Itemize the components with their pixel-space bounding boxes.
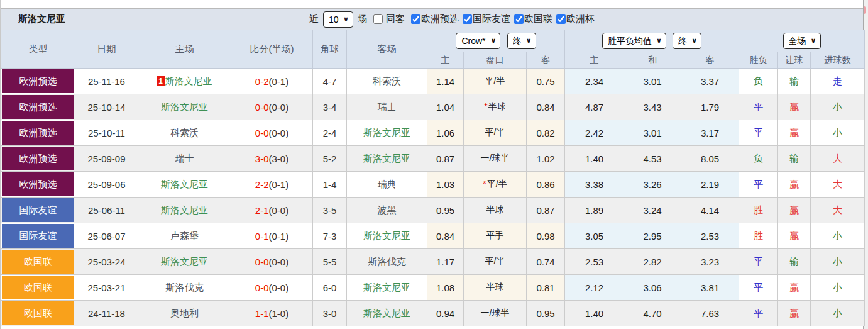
avg-away-cell: 3.17 xyxy=(681,120,739,146)
avg-away-cell: 8.05 xyxy=(681,146,739,172)
avg-draw-cell: 4.53 xyxy=(624,146,681,172)
filter-checkbox-friendly[interactable] xyxy=(463,14,472,24)
avg-away-cell: 2.53 xyxy=(681,223,739,249)
competition-badge: 欧国联 xyxy=(2,301,74,325)
score-cell: 0-0(0-0) xyxy=(231,94,313,120)
result-cell: 平 xyxy=(739,301,778,326)
odds-away-cell: 0.87 xyxy=(527,198,565,223)
halftime-score: (0-1) xyxy=(269,231,289,242)
handicap-text: 一/球半 xyxy=(481,308,510,318)
score-cell: 0-1(0-1) xyxy=(231,223,313,249)
competition-badge: 欧国联 xyxy=(2,276,74,299)
handicap-result-cell: 输 xyxy=(778,69,811,94)
odds-home-cell: 0.94 xyxy=(427,301,464,326)
competition-badge: 欧洲预选 xyxy=(2,121,74,145)
scope-select[interactable]: 全场 xyxy=(783,33,821,49)
away-team-name[interactable]: 斯洛文尼亚 xyxy=(363,282,410,293)
fulltime-score: 1-1 xyxy=(255,308,269,319)
handicap-text: 平/半 xyxy=(485,256,505,266)
col-header-score: 比分(半场) xyxy=(231,30,313,69)
date-cell: 24-11-18 xyxy=(75,301,138,326)
avg-home-cell: 3.05 xyxy=(565,223,624,249)
filter-controls: 近 10 ∨ 场 同客 欧洲预选 国际友谊 欧国联 欧洲杯 xyxy=(307,9,595,30)
avg-away-cell: 7.63 xyxy=(681,301,739,326)
avg-home-cell: 2.42 xyxy=(565,120,624,146)
table-row: 欧洲预选 25-10-14 斯洛文尼亚 0-0(0-0) 3-4 瑞士 1.04… xyxy=(1,94,865,120)
handicap-cell: 半球 xyxy=(464,275,527,301)
odds-company-group: Crow* ∨ 终 ∨ xyxy=(427,30,565,52)
odds-away-cell: 0.95 xyxy=(527,301,565,326)
home-team-cell: 卢森堡 xyxy=(138,223,231,249)
avg-stage-select[interactable]: 终 xyxy=(673,33,701,49)
handicap-cell: 平/半 xyxy=(464,69,527,94)
away-team-name[interactable]: 斯洛伐克 xyxy=(368,256,406,267)
recent-count-select[interactable]: 10 xyxy=(323,11,353,28)
table-row: 欧洲预选 25-09-09 瑞士 3-0(3-0) 5-2 斯洛文尼亚 0.87… xyxy=(1,146,865,172)
same-away-checkbox[interactable] xyxy=(373,14,383,24)
corners-cell: 1-4 xyxy=(313,172,347,198)
halftime-score: (0-1) xyxy=(269,179,289,190)
halftime-score: (1-0) xyxy=(269,308,289,319)
home-team-name[interactable]: 斯洛文尼亚 xyxy=(161,204,208,215)
fulltime-score: 2-1 xyxy=(255,205,269,216)
odds-stage-select[interactable]: 终 xyxy=(507,33,536,49)
odds-home-cell: 1.17 xyxy=(427,249,464,275)
score-cell: 1-1(1-0) xyxy=(231,301,313,326)
away-team-name[interactable]: 科索沃 xyxy=(373,75,401,86)
home-team-cell: 科索沃 xyxy=(138,120,231,146)
filter-checkbox-nations-league[interactable] xyxy=(514,14,524,24)
bookmaker-select[interactable]: Crow* xyxy=(456,33,500,49)
away-team-cell: 斯洛伐克 xyxy=(347,249,427,275)
goals-result-cell: 小 xyxy=(811,301,865,326)
stats-panel: 斯洛文尼亚 近 10 ∨ 场 同客 欧洲预选 国际友谊 欧国联 欧洲杯 xyxy=(0,0,864,329)
home-team-name[interactable]: 科索沃 xyxy=(170,127,199,138)
result-cell: 平 xyxy=(739,94,778,120)
away-team-name[interactable]: 瑞士 xyxy=(378,101,397,112)
avg-draw-cell: 3.06 xyxy=(624,275,681,301)
handicap-text: 半球 xyxy=(486,282,504,292)
home-team-name[interactable]: 奥地利 xyxy=(170,308,199,318)
odds-home-cell: 0.95 xyxy=(427,198,464,223)
home-team-name[interactable]: 卢森堡 xyxy=(170,230,199,241)
score-cell: 0-2(0-1) xyxy=(231,69,313,94)
match-history-table: 类型 日期 主场 比分(半场) 角球 客场 Crow* ∨ 终 xyxy=(1,30,865,326)
away-team-name[interactable]: 波黑 xyxy=(378,204,397,215)
avg-draw-cell: 2.82 xyxy=(624,249,681,275)
score-cell: 0-0(0-0) xyxy=(231,120,313,146)
handicap-cell: 平/半 xyxy=(464,120,527,146)
odds-home-cell: 1.08 xyxy=(427,275,464,301)
odds-home-cell: 1.03 xyxy=(427,172,464,198)
subcol-handicap-result: 让球 xyxy=(778,52,811,69)
match-type-cell: 欧洲预选 xyxy=(1,146,75,172)
avg-odds-select[interactable]: 胜平负均值 xyxy=(602,33,666,49)
home-team-name[interactable]: 斯洛文尼亚 xyxy=(161,256,208,267)
avg-away-cell: 1.79 xyxy=(681,94,739,120)
home-team-name[interactable]: 斯洛文尼亚 xyxy=(161,101,208,112)
away-team-name[interactable]: 斯洛文尼亚 xyxy=(363,230,410,241)
handicap-result-cell: 赢 xyxy=(778,198,811,223)
home-team-name[interactable]: 瑞士 xyxy=(175,153,194,164)
home-team-name[interactable]: 斯洛文尼亚 xyxy=(161,179,208,189)
odds-home-cell: 1.04 xyxy=(427,94,464,120)
match-type-cell: 欧洲预选 xyxy=(1,69,75,94)
away-team-name[interactable]: 瑞典 xyxy=(378,179,397,189)
home-team-name[interactable]: 斯洛文尼亚 xyxy=(165,75,212,86)
odds-away-cell: 0.86 xyxy=(527,172,565,198)
result-cell: 胜 xyxy=(739,198,778,223)
subcol-result: 胜负 xyxy=(739,52,778,69)
recent-count-select-wrap: 10 ∨ xyxy=(323,11,353,28)
filter-checkbox-euro-cup[interactable] xyxy=(556,14,566,24)
away-team-name[interactable]: 斯洛文尼亚 xyxy=(363,127,410,138)
halftime-score: (0-0) xyxy=(269,257,289,267)
away-team-name[interactable]: 斯洛文尼亚 xyxy=(363,308,410,318)
halftime-score: (0-0) xyxy=(269,102,289,113)
score-cell: 3-0(3-0) xyxy=(231,146,313,172)
scope-select-wrap: 全场 ∨ xyxy=(783,33,821,49)
home-team-name[interactable]: 斯洛伐克 xyxy=(166,282,204,293)
away-team-name[interactable]: 斯洛文尼亚 xyxy=(363,153,410,164)
match-type-cell: 欧国联 xyxy=(1,301,75,326)
games-label: 场 xyxy=(358,13,367,25)
fulltime-score: 3-0 xyxy=(255,153,269,164)
filter-checkbox-euro-qualifier[interactable] xyxy=(411,14,420,24)
avg-odds-select-wrap: 胜平负均值 ∨ xyxy=(602,33,666,49)
